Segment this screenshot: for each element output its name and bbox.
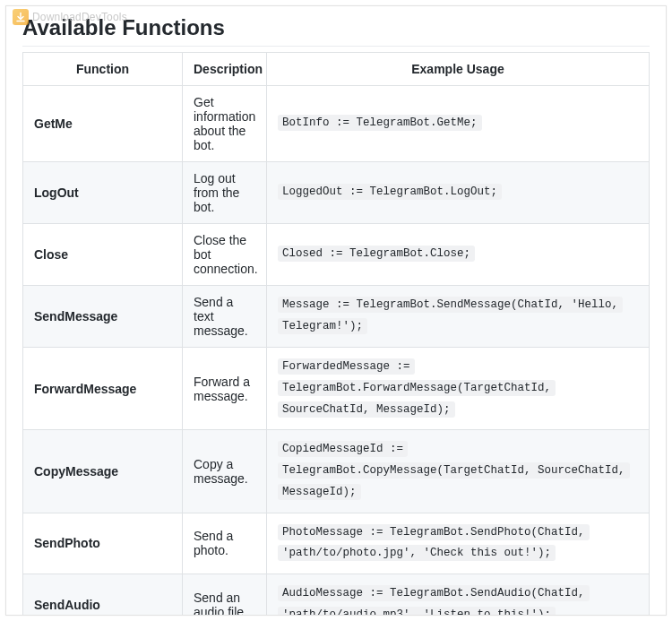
table-row: SendPhoto Send a photo. PhotoMessage := … xyxy=(23,513,650,574)
function-example: CopiedMessageId := TelegramBot.CopyMessa… xyxy=(267,430,650,513)
function-description: Get information about the bot. xyxy=(183,86,267,162)
document-page: Available Functions Function Description… xyxy=(5,5,667,616)
table-header-row: Function Description Example Usage xyxy=(23,53,650,86)
function-description: Send an audio file. xyxy=(183,574,267,617)
function-description: Log out from the bot. xyxy=(183,162,267,224)
example-code: Closed := TelegramBot.Close; xyxy=(278,246,475,262)
example-code: ForwardedMessage := TelegramBot.ForwardM… xyxy=(278,358,556,418)
example-code: LoggedOut := TelegramBot.LogOut; xyxy=(278,184,502,200)
function-name: LogOut xyxy=(23,162,183,224)
col-header-function: Function xyxy=(23,53,183,86)
col-header-description: Description xyxy=(183,53,267,86)
table-row: SendAudio Send an audio file. AudioMessa… xyxy=(23,574,650,617)
function-description: Close the bot connection. xyxy=(183,224,267,286)
table-row: Close Close the bot connection. Closed :… xyxy=(23,224,650,286)
function-name: GetMe xyxy=(23,86,183,162)
function-name: ForwardMessage xyxy=(23,348,183,430)
example-code: BotInfo := TelegramBot.GetMe; xyxy=(278,115,482,131)
function-name: Close xyxy=(23,224,183,286)
functions-table: Function Description Example Usage GetMe… xyxy=(22,52,650,616)
function-example: LoggedOut := TelegramBot.LogOut; xyxy=(267,162,650,224)
function-description: Forward a message. xyxy=(183,348,267,430)
function-example: PhotoMessage := TelegramBot.SendPhoto(Ch… xyxy=(267,513,650,574)
example-code: Message := TelegramBot.SendMessage(ChatI… xyxy=(278,297,623,334)
table-row: SendMessage Send a text message. Message… xyxy=(23,286,650,348)
table-row: GetMe Get information about the bot. Bot… xyxy=(23,86,650,162)
function-name: CopyMessage xyxy=(23,430,183,513)
example-code: AudioMessage := TelegramBot.SendAudio(Ch… xyxy=(278,585,590,616)
function-example: Closed := TelegramBot.Close; xyxy=(267,224,650,286)
function-example: AudioMessage := TelegramBot.SendAudio(Ch… xyxy=(267,574,650,617)
function-name: SendAudio xyxy=(23,574,183,617)
table-row: CopyMessage Copy a message. CopiedMessag… xyxy=(23,430,650,513)
col-header-example: Example Usage xyxy=(267,53,650,86)
example-code: PhotoMessage := TelegramBot.SendPhoto(Ch… xyxy=(278,524,590,562)
table-row: ForwardMessage Forward a message. Forwar… xyxy=(23,348,650,430)
table-row: LogOut Log out from the bot. LoggedOut :… xyxy=(23,162,650,224)
function-name: SendPhoto xyxy=(23,513,183,574)
function-example: ForwardedMessage := TelegramBot.ForwardM… xyxy=(267,348,650,430)
function-description: Send a photo. xyxy=(183,513,267,574)
function-name: SendMessage xyxy=(23,286,183,348)
function-description: Copy a message. xyxy=(183,430,267,513)
function-description: Send a text message. xyxy=(183,286,267,348)
example-code: CopiedMessageId := TelegramBot.CopyMessa… xyxy=(278,441,630,500)
function-example: Message := TelegramBot.SendMessage(ChatI… xyxy=(267,286,650,348)
function-example: BotInfo := TelegramBot.GetMe; xyxy=(267,86,650,162)
page-title: Available Functions xyxy=(22,15,650,47)
